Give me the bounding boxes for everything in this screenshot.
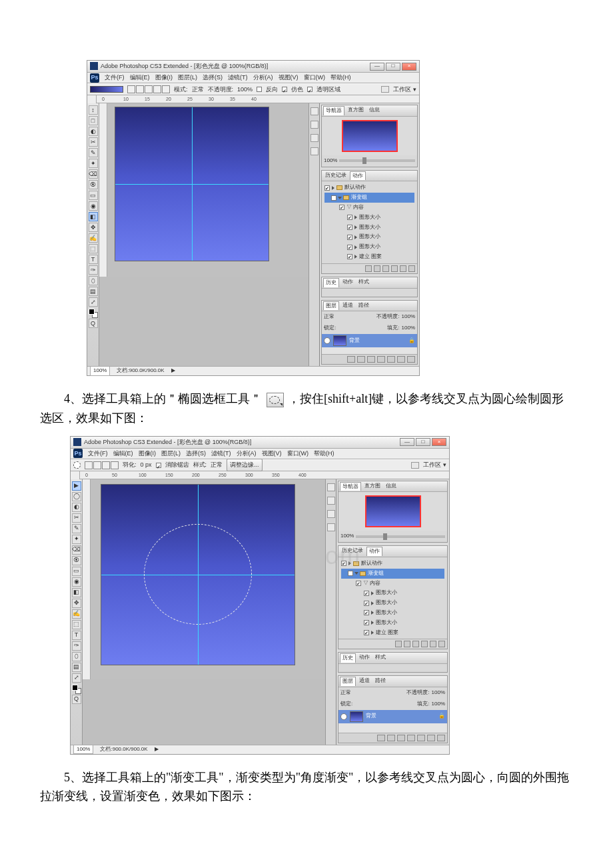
blur-tool-icon[interactable]: ✥ (89, 223, 98, 232)
menu-image[interactable]: 图像(I) (155, 73, 173, 82)
new-layer-icon[interactable] (397, 356, 405, 363)
status-arrow-icon[interactable]: ▶ (171, 367, 175, 375)
lasso-tool-icon[interactable]: ◐ (72, 503, 81, 512)
bridge-icon[interactable] (411, 462, 419, 469)
path-tool-icon[interactable]: ✑ (89, 265, 98, 275)
action-item[interactable]: 图形大小 (376, 619, 397, 627)
action-check[interactable] (356, 581, 361, 586)
pen-tool-icon[interactable]: ⬚ (72, 620, 81, 629)
gradient-preview[interactable] (90, 86, 123, 93)
action-item[interactable]: 图形大小 (359, 233, 380, 241)
fill-value[interactable]: 100% (432, 700, 445, 709)
menu-window[interactable]: 窗口(W) (304, 73, 326, 82)
stop-icon[interactable] (365, 265, 372, 272)
history-brush-icon[interactable]: ▭ (89, 191, 98, 200)
new-set-icon[interactable] (391, 265, 398, 272)
action-group[interactable]: 渐变组 (351, 193, 367, 202)
action-check[interactable] (347, 215, 352, 220)
fx-icon[interactable] (387, 735, 395, 741)
menu-image[interactable]: 图像(I) (139, 449, 157, 458)
type-tool-icon[interactable]: T (72, 631, 81, 640)
layer-name[interactable]: 背景 (349, 337, 360, 345)
workspace-selector[interactable]: 工作区 ▾ (423, 460, 446, 469)
tab-info[interactable]: 信息 (384, 482, 398, 491)
path-tool-icon[interactable]: ✑ (72, 641, 81, 651)
gradient-tool-icon[interactable]: ◧ (89, 212, 98, 221)
opacity-value[interactable]: 100% (432, 689, 445, 697)
layer-row[interactable]: 背景 🔒 (322, 334, 417, 347)
zoom-slider[interactable] (339, 159, 415, 162)
action-check[interactable] (364, 630, 369, 635)
linear-gradient-icon[interactable] (127, 85, 135, 93)
action-check[interactable] (347, 245, 352, 250)
hand-tool-icon[interactable]: ▤ (72, 663, 81, 672)
style-value[interactable]: 正常 (211, 460, 223, 469)
color-swatches[interactable] (89, 309, 98, 318)
action-check[interactable] (364, 591, 369, 596)
tab-history2[interactable]: 历史 (323, 278, 339, 287)
tab-channels[interactable]: 通道 (340, 301, 355, 311)
action-check[interactable] (348, 571, 353, 576)
quickmask-icon[interactable]: Q (89, 319, 98, 328)
dock-icon[interactable] (327, 510, 335, 518)
color-swatches[interactable] (72, 685, 81, 694)
link-icon[interactable] (347, 356, 355, 363)
action-check[interactable] (324, 185, 330, 191)
adjustment-icon[interactable] (407, 735, 415, 741)
zoom-field[interactable]: 100% (73, 745, 93, 755)
crop-tool-icon[interactable]: ✂ (72, 513, 81, 523)
tab-actions[interactable]: 动作 (350, 171, 366, 181)
move-tool-icon[interactable]: ▶ (72, 481, 81, 491)
eraser-tool-icon[interactable]: ◉ (72, 577, 81, 587)
play-icon[interactable] (382, 265, 389, 272)
blur-tool-icon[interactable]: ✥ (72, 599, 81, 608)
shape-tool-icon[interactable]: ⬯ (89, 276, 98, 285)
zoom-value[interactable]: 100% (340, 532, 354, 541)
tab-paths[interactable]: 路径 (356, 301, 371, 311)
zoom-value[interactable]: 100% (324, 157, 337, 165)
expand-icon[interactable] (348, 561, 351, 565)
navigator-thumbnail[interactable] (343, 121, 396, 151)
fill-value[interactable]: 100% (402, 324, 415, 333)
menu-layer[interactable]: 图层(L) (161, 449, 181, 458)
action-check[interactable] (364, 601, 369, 606)
maximize-button[interactable]: □ (386, 63, 400, 71)
stamp-tool-icon[interactable]: ⦿ (72, 556, 81, 565)
eyedropper-tool-icon[interactable]: ✎ (89, 148, 98, 157)
trash-icon[interactable] (407, 356, 415, 363)
quickmask-icon[interactable]: Q (72, 695, 81, 704)
expand-icon[interactable] (354, 572, 358, 575)
opacity-value[interactable]: 100% (402, 313, 415, 321)
foreground-color-icon[interactable] (89, 309, 95, 315)
stop-icon[interactable] (395, 641, 402, 647)
action-item[interactable]: 图形大小 (359, 243, 380, 251)
link-icon[interactable] (377, 735, 385, 741)
trash-icon[interactable] (408, 265, 415, 272)
canvas[interactable] (115, 107, 269, 261)
action-check[interactable] (364, 620, 369, 625)
action-group[interactable]: 渐变组 (368, 569, 384, 578)
navigator-thumbnail[interactable] (366, 497, 420, 526)
crop-tool-icon[interactable]: ✂ (89, 137, 98, 147)
menu-analysis[interactable]: 分析(A) (237, 449, 257, 458)
healing-tool-icon[interactable]: ✦ (89, 159, 98, 168)
elliptical-marquee-icon[interactable] (73, 461, 81, 469)
dodge-tool-icon[interactable]: ✍ (89, 233, 98, 243)
tab-info[interactable]: 信息 (367, 106, 382, 115)
diamond-gradient-icon[interactable] (162, 85, 170, 93)
blend-mode[interactable]: 正常 (324, 313, 334, 321)
tab-navigator[interactable]: 导航器 (340, 482, 361, 491)
visibility-icon[interactable] (340, 713, 347, 720)
type-tool-icon[interactable]: T (89, 255, 98, 264)
new-action-icon[interactable] (430, 641, 436, 647)
play-icon[interactable] (412, 641, 419, 647)
expand-icon[interactable] (354, 225, 357, 229)
status-arrow-icon[interactable]: ▶ (155, 745, 159, 754)
antialias-checkbox[interactable] (156, 463, 161, 468)
dock-icon[interactable] (327, 523, 335, 531)
action-check[interactable] (347, 225, 352, 230)
elliptical-marquee-tool-icon[interactable]: ◯ (72, 492, 81, 501)
tab-styles[interactable]: 样式 (356, 278, 371, 287)
maximize-button[interactable]: □ (416, 438, 430, 446)
layer-name[interactable]: 背景 (366, 712, 376, 721)
